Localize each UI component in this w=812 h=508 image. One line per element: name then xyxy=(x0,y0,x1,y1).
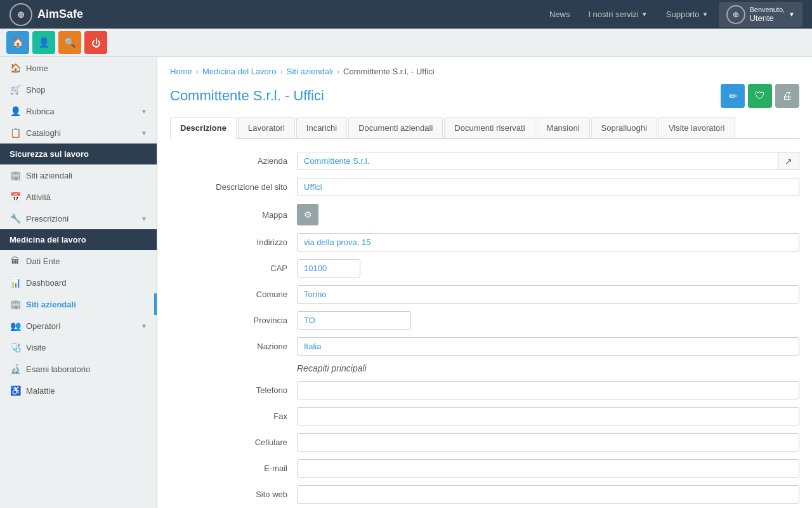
sidebar-item-siti-aziendali-medicina[interactable]: 🏢 Siti aziendali xyxy=(0,293,157,315)
sidebar-item-dati-ente[interactable]: 🏛 Dati Ente xyxy=(0,250,157,272)
user-menu-button[interactable]: ⊕ Benvenuto, Utente ▼ xyxy=(719,2,802,27)
support-chevron-icon: ▼ xyxy=(702,11,709,18)
azienda-input-group: ↗ xyxy=(297,152,799,170)
top-navigation: ⊕ AimSafe News I nostri servizi ▼ Suppor… xyxy=(0,0,812,29)
form-row-descrizione: Descrizione del sito xyxy=(170,178,799,196)
sicurezza-section-header: Sicurezza sul lavoro xyxy=(0,144,157,164)
breadcrumb-siti[interactable]: Siti aziendali xyxy=(287,67,333,76)
breadcrumb-medicina[interactable]: Medicina del Lavoro xyxy=(202,67,276,76)
tab-visite-lavoratori[interactable]: Visite lavoratori xyxy=(658,117,735,138)
home-icon-button[interactable]: 🏠 xyxy=(6,31,29,54)
tab-documenti-aziendali[interactable]: Documenti aziendali xyxy=(348,117,443,138)
chevron-down-icon: ▼ xyxy=(141,323,147,330)
sidebar-item-label: Rubrica xyxy=(26,107,55,116)
form-row-cellulare: Cellulare xyxy=(170,433,799,451)
cap-input[interactable] xyxy=(297,259,360,277)
azienda-input[interactable] xyxy=(297,152,778,170)
email-label: E-mail xyxy=(170,464,297,473)
news-link[interactable]: News xyxy=(542,6,578,22)
cellulare-input[interactable] xyxy=(297,433,799,451)
search-icon-button[interactable]: 🔍 xyxy=(58,31,81,54)
fax-input[interactable] xyxy=(297,407,799,425)
sidebar-item-label: Siti aziendali xyxy=(26,300,76,309)
sidebar-item-label: Visite xyxy=(26,343,46,352)
shop-icon: 🛒 xyxy=(10,84,21,95)
telefono-input[interactable] xyxy=(297,381,799,399)
sidebar-item-rubrica[interactable]: 👤 Rubrica ▼ xyxy=(0,100,157,122)
support-link[interactable]: Supporto ▼ xyxy=(658,6,716,22)
sito-web-input[interactable] xyxy=(297,485,799,504)
sidebar-item-label: Attività xyxy=(26,192,51,202)
form-row-email: E-mail xyxy=(170,459,799,478)
tab-descrizione[interactable]: Descrizione xyxy=(170,117,237,139)
comune-label: Comune xyxy=(170,290,297,299)
rubrica-icon: 👤 xyxy=(10,106,21,116)
top-nav-right: News I nostri servizi ▼ Supporto ▼ ⊕ Ben… xyxy=(542,2,802,27)
sidebar-item-dashboard[interactable]: 📊 Dashboard xyxy=(0,272,157,293)
user-greeting-area: Benvenuto, Utente xyxy=(749,6,785,23)
form-row-cap: CAP xyxy=(170,259,799,277)
edit-icon: ✏ xyxy=(729,90,737,102)
sidebar-item-prescrizioni[interactable]: 🔧 Prescrizioni ▼ xyxy=(0,208,157,229)
form-row-nazione: Nazione xyxy=(170,337,799,356)
breadcrumb-home[interactable]: Home xyxy=(170,67,192,76)
tab-incarichi[interactable]: Incarichi xyxy=(296,117,347,138)
power-icon-button[interactable]: ⏻ xyxy=(84,31,107,54)
tab-documenti-riservati[interactable]: Documenti riservati xyxy=(444,117,535,138)
siti-icon: 🏢 xyxy=(10,170,21,180)
shield-button[interactable]: 🛡 xyxy=(748,84,772,108)
sidebar-item-label: Operatori xyxy=(26,321,60,331)
tab-mansioni[interactable]: Mansioni xyxy=(537,117,590,138)
tabs: Descrizione Lavoratori Incarichi Documen… xyxy=(170,117,799,139)
comune-input[interactable] xyxy=(297,285,799,304)
tab-lavoratori[interactable]: Lavoratori xyxy=(238,117,295,138)
services-link[interactable]: I nostri servizi ▼ xyxy=(580,6,655,22)
descrizione-input[interactable] xyxy=(297,178,799,196)
external-link-button[interactable]: ↗ xyxy=(778,152,799,170)
indirizzo-label: Indirizzo xyxy=(170,237,297,247)
nazione-input[interactable] xyxy=(297,337,799,356)
sidebar-item-label: Home xyxy=(26,64,48,73)
sidebar-item-label: Dashboard xyxy=(26,278,67,288)
siti-aziendali-icon: 🏢 xyxy=(10,299,21,309)
user-avatar: ⊕ xyxy=(726,5,745,24)
indirizzo-input[interactable] xyxy=(297,233,799,251)
external-link-icon: ↗ xyxy=(785,156,792,166)
form-row-sito-web: Sito web xyxy=(170,485,799,504)
email-input[interactable] xyxy=(297,459,799,478)
sidebar-item-esami-laboratorio[interactable]: 🔬 Esami laboratorio xyxy=(0,358,157,380)
tab-sopralluoghi[interactable]: Sopralluoghi xyxy=(591,117,657,138)
cellulare-label: Cellulare xyxy=(170,438,297,447)
sidebar-item-home[interactable]: 🏠 Home xyxy=(0,57,157,79)
sidebar-item-label: Esami laboratorio xyxy=(26,364,90,374)
form-row-telefono: Telefono xyxy=(170,381,799,399)
logo-icon: ⊕ xyxy=(10,3,32,26)
home-icon: 🏠 xyxy=(10,63,21,73)
descrizione-label: Descrizione del sito xyxy=(170,182,297,192)
sidebar-item-attivita[interactable]: 📅 Attività xyxy=(0,186,157,208)
sidebar-item-cataloghi[interactable]: 📋 Cataloghi ▼ xyxy=(0,122,157,144)
sidebar: 🏠 Home 🛒 Shop 👤 Rubrica ▼ 📋 Cataloghi ▼ … xyxy=(0,57,157,508)
user-icon-button[interactable]: 👤 xyxy=(32,31,55,54)
chevron-down-icon: ▼ xyxy=(141,108,147,115)
form-row-comune: Comune xyxy=(170,285,799,304)
chevron-down-icon: ▼ xyxy=(141,130,147,137)
sidebar-item-siti-aziendali-sicurezza[interactable]: 🏢 Siti aziendali xyxy=(0,164,157,186)
sidebar-item-shop[interactable]: 🛒 Shop xyxy=(0,79,157,100)
sidebar-item-visite[interactable]: 🩺 Visite xyxy=(0,337,157,358)
form-row-fax: Fax xyxy=(170,407,799,425)
print-button[interactable]: 🖨 xyxy=(775,84,799,108)
map-settings-button[interactable]: ⚙ xyxy=(297,204,318,225)
sidebar-item-label: Dati Ente xyxy=(26,257,60,266)
breadcrumb-sep: › xyxy=(280,67,282,76)
provincia-input[interactable] xyxy=(297,311,411,330)
sidebar-item-label: Malattie xyxy=(26,386,55,396)
chevron-down-icon: ▼ xyxy=(141,215,147,222)
prescrizioni-icon: 🔧 xyxy=(10,213,21,224)
sidebar-item-label: Shop xyxy=(26,85,45,95)
sidebar-item-malattie[interactable]: ♿ Malattie xyxy=(0,380,157,401)
provincia-label: Provincia xyxy=(170,316,297,325)
sidebar-item-operatori[interactable]: 👥 Operatori ▼ xyxy=(0,315,157,337)
azienda-label: Azienda xyxy=(170,156,297,166)
edit-button[interactable]: ✏ xyxy=(721,84,745,108)
